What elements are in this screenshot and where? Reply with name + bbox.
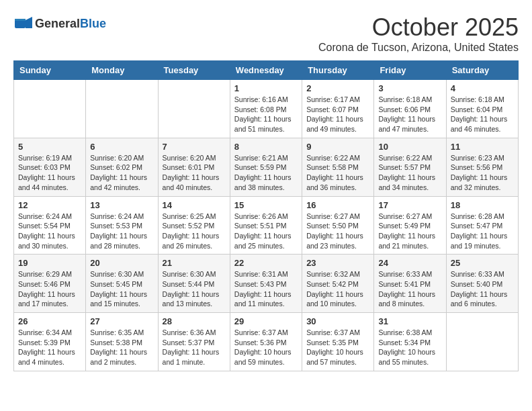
day-info: Sunrise: 6:29 AM Sunset: 5:46 PM Dayligh… xyxy=(18,269,81,309)
day-number: 28 xyxy=(163,316,226,326)
day-number: 23 xyxy=(306,258,369,268)
day-number: 15 xyxy=(234,200,298,210)
day-info: Sunrise: 6:37 AM Sunset: 5:36 PM Dayligh… xyxy=(234,328,298,367)
day-number: 13 xyxy=(90,200,153,210)
day-number: 25 xyxy=(451,258,514,268)
calendar-week-5: 26Sunrise: 6:34 AM Sunset: 5:39 PM Dayli… xyxy=(14,313,519,371)
calendar-cell: 22Sunrise: 6:31 AM Sunset: 5:43 PM Dayli… xyxy=(230,255,302,313)
calendar-cell: 15Sunrise: 6:26 AM Sunset: 5:51 PM Dayli… xyxy=(230,196,302,255)
calendar-week-2: 5Sunrise: 6:19 AM Sunset: 6:03 PM Daylig… xyxy=(14,138,519,196)
day-info: Sunrise: 6:25 AM Sunset: 5:52 PM Dayligh… xyxy=(163,212,226,251)
day-info: Sunrise: 6:22 AM Sunset: 5:58 PM Dayligh… xyxy=(306,153,369,193)
day-info: Sunrise: 6:20 AM Sunset: 6:01 PM Dayligh… xyxy=(163,153,226,193)
day-number: 12 xyxy=(18,200,81,210)
day-number: 19 xyxy=(18,258,81,268)
weekday-row: SundayMondayTuesdayWednesdayThursdayFrid… xyxy=(14,61,519,80)
calendar-cell: 3Sunrise: 6:18 AM Sunset: 6:06 PM Daylig… xyxy=(374,80,446,138)
weekday-header-sunday: Sunday xyxy=(14,61,86,80)
day-number: 14 xyxy=(163,200,226,210)
calendar-cell: 17Sunrise: 6:27 AM Sunset: 5:49 PM Dayli… xyxy=(374,196,446,255)
calendar-cell: 23Sunrise: 6:32 AM Sunset: 5:42 PM Dayli… xyxy=(302,255,374,313)
day-number: 2 xyxy=(306,83,369,93)
day-info: Sunrise: 6:32 AM Sunset: 5:42 PM Dayligh… xyxy=(306,269,369,309)
weekday-header-wednesday: Wednesday xyxy=(230,61,302,80)
day-info: Sunrise: 6:18 AM Sunset: 6:06 PM Dayligh… xyxy=(378,95,441,134)
calendar-cell xyxy=(158,80,230,138)
day-info: Sunrise: 6:19 AM Sunset: 6:03 PM Dayligh… xyxy=(18,153,81,193)
calendar-cell: 12Sunrise: 6:24 AM Sunset: 5:54 PM Dayli… xyxy=(14,196,86,255)
day-number: 6 xyxy=(90,142,153,152)
calendar-cell: 26Sunrise: 6:34 AM Sunset: 5:39 PM Dayli… xyxy=(14,313,86,371)
day-number: 11 xyxy=(451,142,514,152)
day-number: 29 xyxy=(234,316,298,326)
day-number: 24 xyxy=(378,258,441,268)
day-info: Sunrise: 6:16 AM Sunset: 6:08 PM Dayligh… xyxy=(234,95,298,134)
day-info: Sunrise: 6:30 AM Sunset: 5:44 PM Dayligh… xyxy=(163,269,226,309)
day-info: Sunrise: 6:33 AM Sunset: 5:41 PM Dayligh… xyxy=(378,269,441,309)
day-info: Sunrise: 6:37 AM Sunset: 5:35 PM Dayligh… xyxy=(306,328,369,367)
day-number: 22 xyxy=(234,258,298,268)
calendar-cell: 14Sunrise: 6:25 AM Sunset: 5:52 PM Dayli… xyxy=(158,196,230,255)
day-info: Sunrise: 6:22 AM Sunset: 5:57 PM Dayligh… xyxy=(378,153,441,193)
calendar-cell: 16Sunrise: 6:27 AM Sunset: 5:50 PM Dayli… xyxy=(302,196,374,255)
day-number: 4 xyxy=(451,83,514,93)
day-info: Sunrise: 6:36 AM Sunset: 5:37 PM Dayligh… xyxy=(163,328,226,367)
day-info: Sunrise: 6:35 AM Sunset: 5:38 PM Dayligh… xyxy=(90,328,153,367)
day-number: 1 xyxy=(234,83,298,93)
day-info: Sunrise: 6:20 AM Sunset: 6:02 PM Dayligh… xyxy=(90,153,153,193)
day-number: 10 xyxy=(378,142,441,152)
day-info: Sunrise: 6:24 AM Sunset: 5:54 PM Dayligh… xyxy=(18,212,81,251)
calendar-cell: 21Sunrise: 6:30 AM Sunset: 5:44 PM Dayli… xyxy=(158,255,230,313)
day-number: 18 xyxy=(451,200,514,210)
calendar-cell: 31Sunrise: 6:38 AM Sunset: 5:34 PM Dayli… xyxy=(374,313,446,371)
calendar-cell: 1Sunrise: 6:16 AM Sunset: 6:08 PM Daylig… xyxy=(230,80,302,138)
day-number: 5 xyxy=(18,142,81,152)
day-number: 21 xyxy=(163,258,226,268)
svg-marker-1 xyxy=(26,17,32,28)
calendar-body: 1Sunrise: 6:16 AM Sunset: 6:08 PM Daylig… xyxy=(14,80,519,371)
calendar-cell: 9Sunrise: 6:22 AM Sunset: 5:58 PM Daylig… xyxy=(302,138,374,196)
calendar-cell xyxy=(446,313,518,371)
page-header: GeneralBlue October 2025 Corona de Tucso… xyxy=(13,13,519,54)
weekday-header-tuesday: Tuesday xyxy=(158,61,230,80)
day-number: 30 xyxy=(306,316,369,326)
logo: GeneralBlue xyxy=(13,13,106,34)
calendar-cell: 4Sunrise: 6:18 AM Sunset: 6:04 PM Daylig… xyxy=(446,80,518,138)
weekday-header-saturday: Saturday xyxy=(446,61,518,80)
calendar-week-4: 19Sunrise: 6:29 AM Sunset: 5:46 PM Dayli… xyxy=(14,255,519,313)
day-info: Sunrise: 6:21 AM Sunset: 5:59 PM Dayligh… xyxy=(234,153,298,193)
day-number: 3 xyxy=(378,83,441,93)
day-number: 8 xyxy=(234,142,298,152)
weekday-header-friday: Friday xyxy=(374,61,446,80)
weekday-header-monday: Monday xyxy=(86,61,158,80)
day-number: 17 xyxy=(378,200,441,210)
calendar-header: SundayMondayTuesdayWednesdayThursdayFrid… xyxy=(14,61,519,80)
calendar-cell: 11Sunrise: 6:23 AM Sunset: 5:56 PM Dayli… xyxy=(446,138,518,196)
day-info: Sunrise: 6:18 AM Sunset: 6:04 PM Dayligh… xyxy=(451,95,514,134)
calendar-cell: 19Sunrise: 6:29 AM Sunset: 5:46 PM Dayli… xyxy=(14,255,86,313)
calendar-cell: 5Sunrise: 6:19 AM Sunset: 6:03 PM Daylig… xyxy=(14,138,86,196)
day-info: Sunrise: 6:38 AM Sunset: 5:34 PM Dayligh… xyxy=(378,328,441,367)
calendar-cell: 30Sunrise: 6:37 AM Sunset: 5:35 PM Dayli… xyxy=(302,313,374,371)
svg-rect-2 xyxy=(15,19,26,21)
day-info: Sunrise: 6:31 AM Sunset: 5:43 PM Dayligh… xyxy=(234,269,298,309)
title-section: October 2025 Corona de Tucson, Arizona, … xyxy=(318,13,519,54)
day-info: Sunrise: 6:17 AM Sunset: 6:07 PM Dayligh… xyxy=(306,95,369,134)
calendar-cell: 10Sunrise: 6:22 AM Sunset: 5:57 PM Dayli… xyxy=(374,138,446,196)
calendar-table: SundayMondayTuesdayWednesdayThursdayFrid… xyxy=(13,60,519,371)
location-subtitle: Corona de Tucson, Arizona, United States xyxy=(318,42,519,54)
logo-text: GeneralBlue xyxy=(35,17,106,31)
day-info: Sunrise: 6:30 AM Sunset: 5:45 PM Dayligh… xyxy=(90,269,153,309)
day-number: 16 xyxy=(306,200,369,210)
calendar-cell: 20Sunrise: 6:30 AM Sunset: 5:45 PM Dayli… xyxy=(86,255,158,313)
calendar-cell xyxy=(86,80,158,138)
day-info: Sunrise: 6:27 AM Sunset: 5:50 PM Dayligh… xyxy=(306,212,369,251)
logo-icon xyxy=(13,13,34,34)
calendar-cell: 8Sunrise: 6:21 AM Sunset: 5:59 PM Daylig… xyxy=(230,138,302,196)
calendar-cell: 25Sunrise: 6:33 AM Sunset: 5:40 PM Dayli… xyxy=(446,255,518,313)
calendar-cell: 13Sunrise: 6:24 AM Sunset: 5:53 PM Dayli… xyxy=(86,196,158,255)
calendar-week-1: 1Sunrise: 6:16 AM Sunset: 6:08 PM Daylig… xyxy=(14,80,519,138)
day-number: 31 xyxy=(378,316,441,326)
day-info: Sunrise: 6:26 AM Sunset: 5:51 PM Dayligh… xyxy=(234,212,298,251)
day-info: Sunrise: 6:33 AM Sunset: 5:40 PM Dayligh… xyxy=(451,269,514,309)
